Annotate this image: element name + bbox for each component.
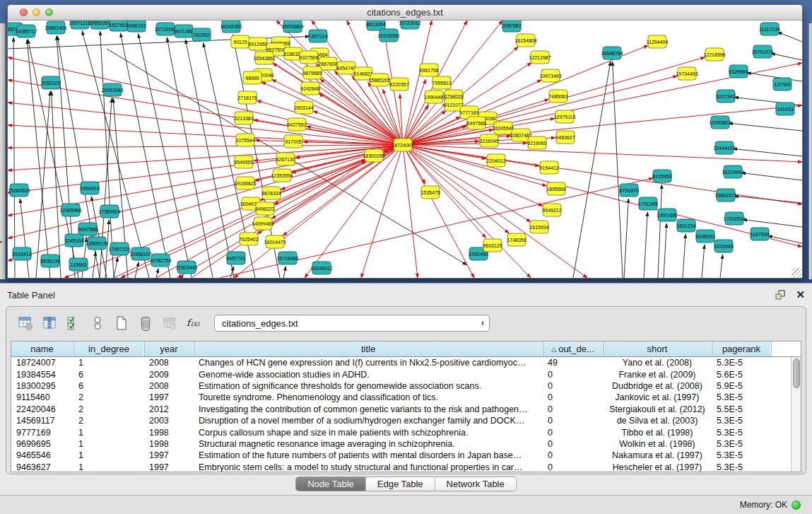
graph-node[interactable]: 6791870 bbox=[619, 184, 638, 197]
table-row[interactable]: 969969511998Structural magnetic resonanc… bbox=[11, 438, 801, 450]
graph-node[interactable]: 1145194 bbox=[65, 234, 84, 247]
column-header-out_de[interactable]: △out_de... bbox=[543, 341, 603, 356]
graph-node[interactable]: 9671388 bbox=[174, 25, 193, 37]
table-scrollbar[interactable] bbox=[791, 357, 801, 472]
graph-node[interactable]: 6497568 bbox=[466, 117, 486, 129]
graph-node[interactable]: 8220357 bbox=[389, 78, 408, 90]
graph-node[interactable]: 15885205 bbox=[368, 74, 390, 86]
graph-node[interactable]: 10719165 bbox=[154, 23, 176, 35]
graph-node[interactable]: 11117234 bbox=[759, 23, 780, 35]
graph-node[interactable]: 12065966 bbox=[59, 204, 81, 216]
graph-node[interactable]: 917005 bbox=[284, 135, 302, 148]
graph-node[interactable]: 11923446 bbox=[176, 261, 198, 274]
network-table-select[interactable]: citations_edges.txt ▲▼ bbox=[214, 315, 490, 332]
graph-node[interactable]: 6549555 bbox=[234, 156, 253, 168]
graph-hub-node[interactable]: 18724007 bbox=[392, 139, 413, 151]
graph-node[interactable]: 10958107 bbox=[129, 247, 151, 260]
graph-node[interactable]: 1601234 bbox=[676, 219, 695, 232]
graph-node[interactable]: 1990448 bbox=[424, 90, 443, 103]
graph-node[interactable]: 9097588 bbox=[78, 223, 97, 235]
table-row[interactable]: 2242004622012Investigating the contribut… bbox=[11, 404, 801, 415]
graph-node[interactable]: 7485063 bbox=[548, 90, 567, 103]
results-panel-collapsed-strip[interactable] bbox=[808, 23, 812, 279]
graph-node[interactable]: 9245033 bbox=[695, 230, 714, 243]
graph-node[interactable]: 16210643 bbox=[722, 165, 743, 178]
graph-node[interactable]: 9242848 bbox=[300, 82, 319, 95]
table-row[interactable]: 946362711997Embryonic stem cells: a mode… bbox=[11, 462, 801, 472]
float-panel-icon[interactable] bbox=[775, 289, 786, 300]
tab-edge-table[interactable]: Edge Table bbox=[366, 477, 435, 491]
graph-node[interactable]: 12093822 bbox=[709, 116, 731, 129]
graph-node[interactable]: 1075544 bbox=[235, 134, 254, 146]
graph-node[interactable]: 9227342 bbox=[716, 90, 735, 103]
network-window-titlebar[interactable]: citations_edges.txt bbox=[8, 5, 802, 21]
table-row[interactable]: 977716911998Corpus callosum shape and si… bbox=[11, 426, 801, 438]
graph-node[interactable]: 12218596 bbox=[703, 48, 725, 61]
graph-node[interactable]: 9457791 bbox=[226, 252, 245, 264]
minimize-window-button[interactable] bbox=[33, 8, 40, 16]
clear-selection-icon[interactable] bbox=[87, 315, 108, 332]
column-header-short[interactable]: short bbox=[603, 341, 712, 356]
graph-node[interactable]: 1167534 bbox=[751, 228, 770, 240]
graph-node[interactable]: 7625402 bbox=[239, 233, 258, 245]
graph-node[interactable]: 8878334 bbox=[261, 187, 281, 199]
graph-node[interactable]: 2087682 bbox=[502, 21, 521, 32]
table-row[interactable]: 1872400712008Changes of HCN gene express… bbox=[11, 357, 801, 368]
graph-node[interactable]: 17016534 bbox=[723, 212, 745, 225]
graph-node[interactable]: 2053105 bbox=[41, 76, 60, 89]
graph-node[interactable]: 2718176 bbox=[237, 91, 257, 104]
graph-node[interactable]: 19218596 bbox=[377, 29, 399, 42]
graph-node[interactable]: 9549212 bbox=[542, 204, 561, 216]
tab-network-table[interactable]: Network Table bbox=[435, 477, 517, 491]
graph-node[interactable]: 16245360 bbox=[220, 21, 242, 33]
graph-node[interactable]: 98965 bbox=[243, 71, 261, 84]
select-all-rows-icon[interactable] bbox=[63, 315, 84, 332]
select-column-icon[interactable] bbox=[39, 315, 60, 332]
graph-node[interactable]: 141433 bbox=[776, 103, 794, 115]
column-header-pagerank[interactable]: pagerank bbox=[712, 341, 771, 356]
table-settings-icon[interactable] bbox=[15, 315, 36, 332]
graph-node[interactable]: 2803144 bbox=[294, 101, 313, 114]
graph-node[interactable]: 19571219 bbox=[69, 21, 90, 29]
graph-node[interactable]: 10973493 bbox=[539, 69, 561, 82]
graph-node[interactable]: 8427552 bbox=[287, 118, 306, 131]
graph-node[interactable]: 12213987 bbox=[529, 51, 551, 64]
maximize-window-button[interactable] bbox=[45, 8, 53, 16]
graph-node[interactable]: 19734493 bbox=[676, 67, 698, 80]
graph-node[interactable]: 16648784 bbox=[601, 47, 623, 59]
memory-status-icon[interactable] bbox=[792, 501, 801, 510]
close-panel-icon[interactable]: ✕ bbox=[796, 288, 805, 301]
graph-node[interactable]: 13505135 bbox=[86, 237, 107, 250]
graph-node[interactable]: 90123 bbox=[231, 35, 249, 48]
function-builder-icon[interactable]: f(x) bbox=[183, 315, 204, 332]
graph-node[interactable]: 3915413 bbox=[12, 247, 31, 260]
tab-node-table[interactable]: Node Table bbox=[295, 477, 366, 491]
graph-node[interactable]: 17957225 bbox=[108, 243, 130, 255]
table-row[interactable]: 911546021997Tourette syndrome. Phenomeno… bbox=[11, 392, 801, 403]
graph-node[interactable]: 12444157 bbox=[713, 141, 735, 154]
graph-node[interactable]: 25260520 bbox=[8, 184, 30, 197]
graph-node[interactable]: 9875685 bbox=[302, 66, 322, 79]
graph-node[interactable]: 16543862 bbox=[253, 52, 275, 64]
graph-node[interactable]: 20891406 bbox=[45, 21, 66, 34]
control-panel-collapsed-strip[interactable]: ▸ bbox=[0, 23, 6, 279]
graph-node[interactable]: 16782759 bbox=[149, 254, 171, 267]
graph-node[interactable]: 11254404 bbox=[647, 35, 669, 48]
graph-node[interactable]: 1791345 bbox=[638, 197, 657, 210]
table-row[interactable]: 1938455462009Genome-wide association stu… bbox=[11, 368, 801, 380]
column-header-name[interactable]: name bbox=[11, 341, 73, 356]
graph-node[interactable]: 127342 bbox=[773, 78, 792, 90]
graph-node[interactable]: 15692371 bbox=[714, 189, 736, 201]
graph-node[interactable]: 115683 bbox=[69, 258, 88, 271]
graph-node[interactable]: 14099489 bbox=[252, 217, 273, 230]
graph-node[interactable]: 2213383 bbox=[234, 112, 253, 124]
graph-node[interactable]: 1891456 bbox=[657, 209, 676, 221]
graph-node[interactable]: 8267130 bbox=[276, 153, 295, 165]
graph-node[interactable]: 1895666 bbox=[546, 182, 565, 195]
graph-node[interactable]: 761552 bbox=[192, 28, 211, 41]
graph-node[interactable]: 1535475 bbox=[420, 186, 440, 199]
graph-node[interactable]: 12353594 bbox=[271, 169, 293, 182]
graph-node[interactable]: 1615945 bbox=[714, 240, 733, 252]
graph-node[interactable]: 9327508 bbox=[299, 51, 318, 64]
graph-node[interactable]: 19245012 bbox=[310, 262, 332, 274]
